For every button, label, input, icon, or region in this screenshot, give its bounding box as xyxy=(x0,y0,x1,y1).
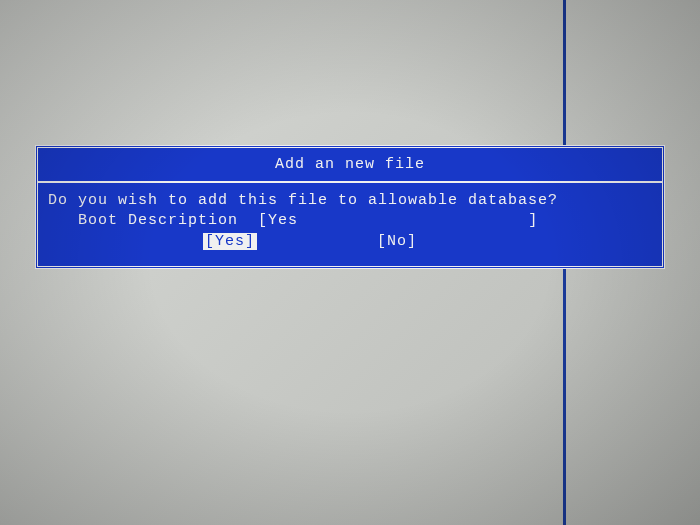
bios-dialog: Add an new file Do you wish to add this … xyxy=(35,145,665,269)
dialog-body: Do you wish to add this file to allowabl… xyxy=(38,183,662,266)
button-row: [Yes][No] xyxy=(48,232,652,252)
dialog-title: Add an new file xyxy=(38,148,662,183)
boot-description-input[interactable]: Yes xyxy=(268,212,298,229)
yes-button[interactable]: [Yes] xyxy=(203,233,257,250)
input-bracket-open: [ xyxy=(258,212,268,229)
input-bracket-close: ] xyxy=(528,212,538,229)
input-row: Boot Description [Yes ] xyxy=(48,211,652,231)
input-label: Boot Description xyxy=(78,212,238,229)
dialog-message: Do you wish to add this file to allowabl… xyxy=(48,191,652,211)
no-button[interactable]: [No] xyxy=(377,233,417,250)
